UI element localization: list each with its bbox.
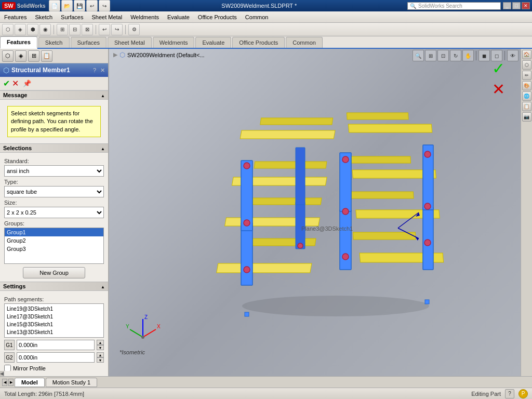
- g2-spin-up[interactable]: ▲: [97, 352, 104, 357]
- tab-scroll-left[interactable]: ◀: [2, 379, 7, 386]
- right-icon-feature[interactable]: ⬡: [522, 60, 531, 70]
- groups-label: Groups:: [4, 220, 104, 227]
- tb-undo2[interactable]: ↩: [99, 24, 110, 35]
- tab-features[interactable]: Features: [0, 36, 37, 49]
- g2-spin-down[interactable]: ▼: [97, 357, 104, 363]
- tb-feature4[interactable]: ◉: [39, 24, 51, 35]
- tab-evaluate[interactable]: Evaluate: [195, 37, 231, 48]
- tb-redo2[interactable]: ↪: [111, 24, 123, 35]
- tb-save[interactable]: 💾: [74, 0, 85, 11]
- panel-extra-icon[interactable]: 📋: [41, 50, 52, 62]
- tb-new[interactable]: 📄: [49, 0, 60, 11]
- right-icon-home[interactable]: 🏠: [522, 50, 531, 59]
- tb-feature5[interactable]: ⊞: [57, 24, 68, 35]
- vp-pan[interactable]: ✋: [462, 50, 474, 61]
- mirror-profile-checkbox[interactable]: [4, 365, 11, 371]
- g1-spin-down[interactable]: ▼: [97, 345, 104, 350]
- tree-expand-icon[interactable]: ▶: [113, 51, 117, 58]
- pin-button[interactable]: 📌: [23, 79, 31, 87]
- tb-feature6[interactable]: ⊟: [69, 24, 81, 35]
- tab-sheet-metal[interactable]: Sheet Metal: [108, 37, 152, 48]
- right-icon-camera[interactable]: 📷: [522, 112, 531, 122]
- viewport[interactable]: ▶ ⬡ SW2009Weldment (Default<... 🔍 ⊞ ⊡ ↻ …: [109, 49, 521, 376]
- model-tab-motion[interactable]: Motion Study 1: [46, 378, 97, 387]
- menu-office-products[interactable]: Office Products: [194, 12, 241, 22]
- group-item-3[interactable]: Group3: [5, 245, 103, 253]
- menu-surfaces[interactable]: Surfaces: [57, 12, 87, 22]
- group-item-2[interactable]: Group2: [5, 236, 103, 245]
- settings-section-header[interactable]: Settings: [0, 282, 108, 291]
- minimize-button[interactable]: _: [503, 2, 511, 9]
- groups-list[interactable]: Group1 Group2 Group3: [4, 228, 104, 264]
- tab-scroll-right[interactable]: ▶: [8, 379, 14, 386]
- g2-spinner[interactable]: ▲ ▼: [97, 352, 104, 363]
- message-collapse-icon: [101, 92, 105, 98]
- group-item-1[interactable]: Group1: [5, 228, 103, 236]
- tab-common[interactable]: Common: [286, 37, 323, 48]
- panel-feature-icon[interactable]: ⬡: [2, 50, 14, 62]
- menu-sheet-metal[interactable]: Sheet Metal: [87, 12, 126, 22]
- vp-view[interactable]: 👁: [507, 50, 518, 61]
- vp-rotate[interactable]: ↻: [450, 50, 461, 61]
- menu-common[interactable]: Common: [241, 12, 273, 22]
- tb-undo[interactable]: ↩: [86, 0, 98, 11]
- panel-config-icon[interactable]: ⊞: [28, 50, 39, 62]
- tb-options[interactable]: ⚙: [128, 24, 140, 35]
- tb-open[interactable]: 📂: [61, 0, 73, 11]
- viewport-cancel-button[interactable]: ✕: [492, 80, 505, 98]
- size-select[interactable]: 2 x 2 x 0.25 1 x 1 x 0.125 3 x 3 x 0.375: [4, 207, 104, 218]
- new-group-button[interactable]: New Group: [23, 267, 85, 278]
- model-tab-model[interactable]: Model: [15, 378, 45, 387]
- panel-properties-icon[interactable]: ◈: [15, 50, 26, 62]
- standard-select[interactable]: ansi inch iso din: [4, 165, 104, 177]
- tab-surfaces[interactable]: Surfaces: [71, 37, 107, 48]
- g2-input[interactable]: [17, 352, 95, 363]
- svg-rect-28: [348, 124, 432, 132]
- right-icon-scene[interactable]: 🌐: [522, 91, 531, 101]
- tb-feature3[interactable]: ⬢: [27, 24, 38, 35]
- tab-weldments[interactable]: Weldments: [153, 37, 195, 48]
- help-button[interactable]: ?: [505, 389, 514, 398]
- g1-spinner[interactable]: ▲ ▼: [97, 340, 104, 350]
- search-bar[interactable]: 🔍 SolidWorks Search: [407, 2, 501, 10]
- svg-rect-41: [245, 312, 249, 316]
- vp-zoom-in[interactable]: 🔍: [413, 50, 424, 61]
- tb-feature1[interactable]: ⬡: [2, 24, 14, 35]
- g1-spin-up[interactable]: ▲: [97, 340, 104, 345]
- right-icon-sketch[interactable]: ✏: [522, 71, 531, 80]
- toolbar1: ⬡ ◈ ⬢ ◉ ⊞ ⊟ ⊠ ↩ ↪ ⚙: [0, 23, 532, 36]
- g1-input[interactable]: [17, 340, 95, 350]
- menu-sketch[interactable]: Sketch: [31, 12, 57, 22]
- menu-features[interactable]: Features: [0, 12, 31, 22]
- panel-collapse-handle[interactable]: ◀: [0, 371, 4, 376]
- vp-zoom-all[interactable]: ⊡: [437, 50, 449, 61]
- maximize-button[interactable]: □: [512, 2, 521, 9]
- right-icon-appearance[interactable]: 🎨: [522, 81, 531, 90]
- structural-help-icon[interactable]: ?: [93, 67, 96, 73]
- tab-sketch[interactable]: Sketch: [38, 37, 70, 48]
- ok-button[interactable]: ✔: [3, 78, 10, 88]
- path-seg-2: Line15@3DSketch1: [7, 321, 101, 328]
- ok-cancel-bar: ✔ ✕ 📌: [0, 77, 108, 90]
- type-select[interactable]: square tube pipe angle iron c channel: [4, 186, 104, 197]
- vp-zoom-box[interactable]: ⊞: [425, 50, 436, 61]
- selections-section-header[interactable]: Selections: [0, 143, 108, 153]
- menu-weldments[interactable]: Weldments: [126, 12, 163, 22]
- tab-office-products[interactable]: Office Products: [232, 37, 285, 48]
- g2-row: G2 ▲ ▼: [4, 352, 104, 363]
- tb-feature7[interactable]: ⊠: [82, 24, 93, 35]
- right-icon-decal[interactable]: 📋: [522, 102, 531, 111]
- cancel-button[interactable]: ✕: [12, 78, 19, 88]
- structural-close-icon[interactable]: ✕: [100, 67, 105, 74]
- close-button[interactable]: ✕: [522, 2, 530, 9]
- message-section-header[interactable]: Message: [0, 90, 108, 100]
- svg-rect-30: [347, 113, 408, 119]
- svg-rect-42: [425, 300, 429, 304]
- viewport-ok-button[interactable]: ✓: [492, 59, 505, 77]
- tb-redo[interactable]: ↪: [99, 0, 110, 11]
- vp-shade[interactable]: ◼: [478, 50, 490, 61]
- menu-evaluate[interactable]: Evaluate: [163, 12, 194, 22]
- status-right: Editing Part ? P: [471, 389, 528, 398]
- selections-header-label: Selections: [3, 145, 32, 151]
- tb-feature2[interactable]: ◈: [15, 24, 26, 35]
